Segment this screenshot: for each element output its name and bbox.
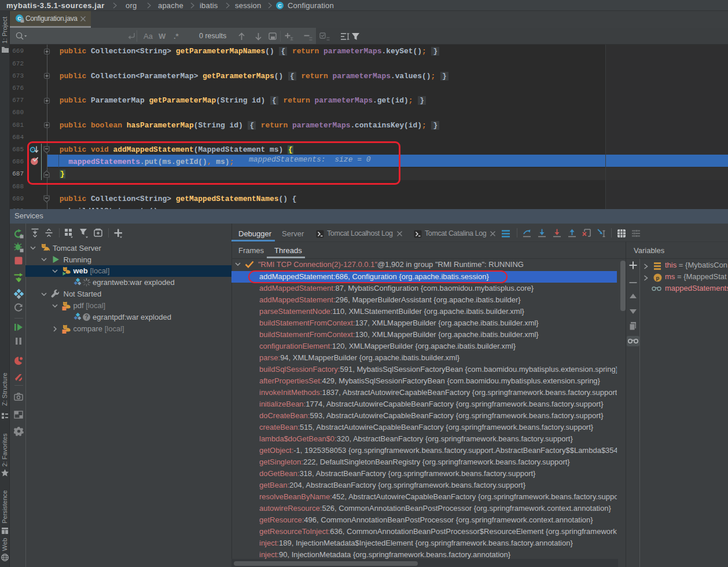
svg-text:C: C	[278, 3, 282, 9]
svg-text:p: p	[656, 275, 660, 281]
svg-text:?: ?	[84, 314, 88, 320]
